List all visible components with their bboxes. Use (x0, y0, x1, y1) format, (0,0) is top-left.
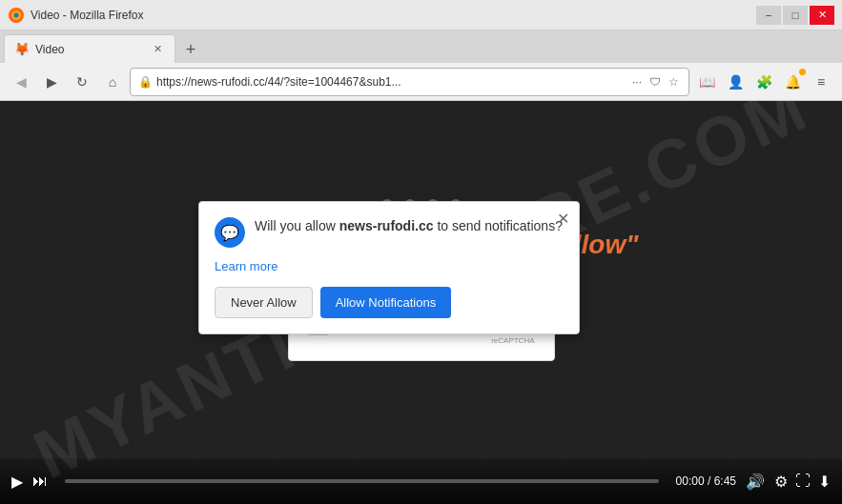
fullscreen-button[interactable]: ⛶ (795, 473, 811, 490)
video-controls: ▶ ⏭ 00:00 / 6:45 🔊 ⚙ ⛶ ⬇ (0, 458, 842, 504)
popup-message-prefix: Will you allow (255, 218, 339, 233)
close-button[interactable]: ✕ (810, 6, 834, 25)
new-tab-button[interactable]: + (177, 36, 204, 63)
play-button[interactable]: ▶ (11, 473, 23, 491)
nav-right-icons: 📖 👤 🧩 🔔 ≡ (693, 69, 834, 95)
browser-tab[interactable]: 🦊 Video ✕ (4, 34, 175, 63)
window-title: Video - Mozilla Firefox (31, 9, 144, 22)
browser-window: Video - Mozilla Firefox − □ ✕ 🦊 Video ✕ … (0, 0, 842, 504)
allow-notifications-button[interactable]: Allow Notifications (320, 287, 452, 318)
progress-bar[interactable] (65, 479, 659, 483)
firefox-icon (8, 7, 25, 24)
title-bar-controls: − □ ✕ (756, 6, 834, 25)
security-icon: 🔒 (138, 75, 153, 89)
webpage: MYANTISPYWARE.COM To access to the video… (0, 101, 842, 504)
tab-favicon: 🦊 (14, 42, 30, 56)
notification-popup: ✕ 💬 Will you allow news-rufodi.cc to sen… (198, 201, 580, 334)
tab-close-button[interactable]: ✕ (150, 42, 165, 57)
title-bar: Video - Mozilla Firefox − □ ✕ (0, 0, 842, 30)
popup-buttons: Never Allow Allow Notifications (215, 287, 564, 318)
forward-button[interactable]: ▶ (38, 69, 65, 95)
popup-message-suffix: to send notifications? (434, 218, 563, 233)
menu-button[interactable]: ≡ (808, 69, 834, 95)
address-bar[interactable]: 🔒 https://news-rufodi.cc/44/?site=100446… (130, 68, 689, 96)
popup-message-text: Will you allow news-rufodi.cc to send no… (255, 217, 563, 236)
next-button[interactable]: ⏭ (32, 473, 48, 490)
svg-point-2 (14, 12, 19, 17)
sync-button[interactable]: 👤 (722, 69, 749, 95)
recaptcha-text: reCAPTCHA (491, 336, 534, 345)
home-button[interactable]: ⌂ (99, 69, 126, 95)
title-bar-left: Video - Mozilla Firefox (8, 7, 144, 24)
address-bar-icons: ··· 🛡 ☆ (630, 73, 681, 91)
minimize-button[interactable]: − (756, 6, 781, 25)
time-display: 00:00 / 6:45 (676, 474, 736, 488)
tab-bar: 🦊 Video ✕ + (0, 30, 842, 63)
extensions-button[interactable]: 🧩 (750, 69, 777, 95)
popup-close-button[interactable]: ✕ (557, 210, 569, 228)
popup-chat-icon: 💬 (215, 217, 245, 248)
back-button[interactable]: ◀ (8, 69, 34, 95)
popup-site-name: news-rufodi.cc (339, 218, 434, 233)
shield-button[interactable]: 🛡 (647, 73, 663, 91)
volume-button[interactable]: 🔊 (746, 473, 765, 491)
popup-header: 💬 Will you allow news-rufodi.cc to send … (215, 217, 564, 248)
reading-mode-button[interactable]: 📖 (693, 69, 720, 95)
settings-button[interactable]: ⚙ (774, 473, 788, 491)
controls-right: ⚙ ⛶ ⬇ (774, 473, 831, 491)
download-button[interactable]: ⬇ (818, 473, 831, 491)
more-button[interactable]: ··· (630, 73, 644, 91)
reload-button[interactable]: ↻ (69, 69, 95, 95)
learn-more-link[interactable]: Learn more (215, 259, 564, 273)
bookmark-button[interactable]: ☆ (667, 73, 681, 91)
nav-bar: ◀ ▶ ↻ ⌂ 🔒 https://news-rufodi.cc/44/?sit… (0, 63, 842, 101)
notification-button[interactable]: 🔔 (779, 69, 806, 95)
never-allow-button[interactable]: Never Allow (215, 287, 313, 318)
maximize-button[interactable]: □ (783, 6, 808, 25)
tab-title: Video (35, 43, 144, 56)
url-text: https://news-rufodi.cc/44/?site=1004467&… (156, 75, 626, 89)
notification-dot (799, 69, 806, 75)
